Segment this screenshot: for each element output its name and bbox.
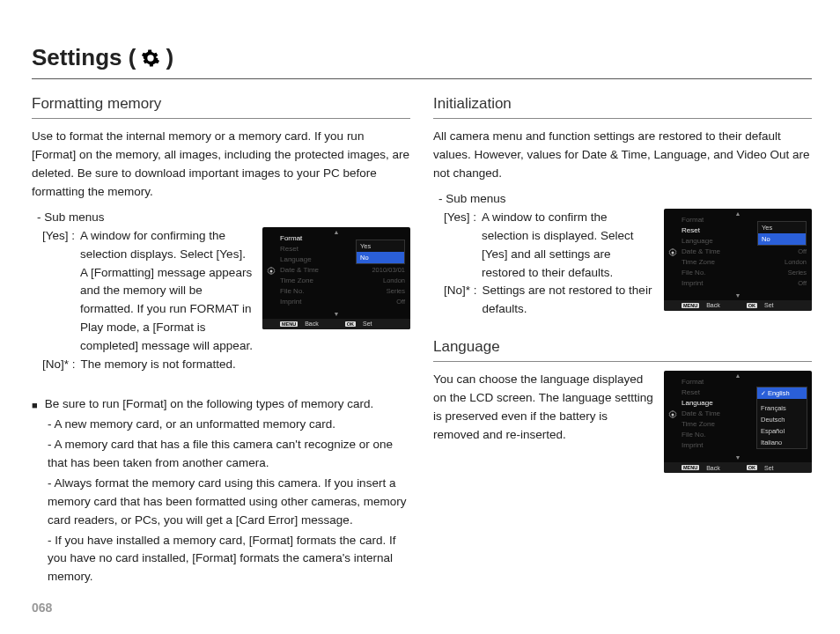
cam-bottom-bar: MENUBack OKSet	[262, 319, 410, 329]
chevron-up-icon: ▲	[334, 229, 340, 235]
svg-point-2	[672, 414, 674, 417]
yes-key-left: [Yes] :	[42, 227, 75, 356]
chevron-down-icon: ▼	[735, 454, 741, 461]
note-0: - A new memory card, or an unformatted m…	[48, 416, 410, 434]
page-number: 068	[32, 601, 52, 615]
submenus-label-left: - Sub menus	[37, 210, 410, 224]
page-title-suffix: )	[166, 44, 173, 71]
gear-icon	[141, 48, 160, 68]
yes-desc-right: A window to confirm the selection is dis…	[482, 209, 655, 283]
submenu-yes-right: [Yes] : A window to confirm the selectio…	[444, 209, 655, 283]
no-desc-right: Settings are not restored to their defau…	[483, 282, 655, 319]
page-title-prefix: Settings (	[32, 44, 136, 71]
yes-desc-left: A window for confirming the selection di…	[80, 227, 254, 356]
gear-icon	[266, 266, 276, 276]
popup-yes-no: Yes No	[356, 240, 405, 264]
no-key-left: [No]* :	[42, 356, 76, 374]
page-title: Settings ( )	[32, 44, 812, 79]
initialization-intro: All camera menu and function settings ar…	[433, 128, 812, 183]
chevron-down-icon: ▼	[735, 292, 741, 299]
chevron-up-icon: ▲	[735, 210, 741, 217]
cam-screenshot-reset: ▲ Format Reset Language Date & TimeOff T…	[664, 209, 812, 311]
format-notes: ■ Be sure to run [Format] on the followi…	[32, 395, 410, 586]
left-column: Formatting memory Use to format the inte…	[32, 95, 410, 588]
square-bullet-icon: ■	[32, 398, 38, 414]
yes-key-right: [Yes] :	[444, 209, 476, 283]
gear-icon	[667, 247, 678, 258]
note-3: - If you have installed a memory card, […	[48, 532, 410, 587]
popup-language: English Français Deutsch Español Italian…	[756, 387, 807, 449]
svg-point-1	[672, 251, 674, 254]
submenu-no-left: [No]* : The memory is not formatted.	[42, 356, 254, 374]
notes-lead: Be sure to run [Format] on the following…	[45, 395, 374, 414]
submenu-yes-left: [Yes] : A window for confirming the sele…	[42, 227, 254, 356]
chevron-down-icon: ▼	[334, 311, 340, 317]
svg-point-0	[270, 269, 273, 272]
cam-screenshot-language: ▲ Format Reset Language Date & Time Time…	[664, 371, 812, 473]
formatting-intro: Use to format the internal memory or a m…	[32, 128, 410, 202]
section-initialization-title: Initialization	[433, 95, 812, 119]
section-language-title: Language	[433, 338, 812, 362]
language-desc: You can choose the language displayed on…	[433, 371, 655, 445]
cam-screenshot-format: ▲ Format Reset LanguageEnglish Date & Ti…	[262, 227, 410, 329]
section-formatting-title: Formatting memory	[32, 95, 410, 119]
no-key-right: [No]* :	[444, 282, 477, 319]
right-column: Initialization All camera menu and funct…	[433, 95, 812, 588]
note-1: - A memory card that has a file this cam…	[48, 436, 410, 473]
note-2: - Always format the memory card using th…	[48, 475, 410, 530]
submenus-label-right: - Sub menus	[438, 192, 812, 205]
chevron-up-icon: ▲	[735, 372, 741, 379]
submenu-no-right: [No]* : Settings are not restored to the…	[444, 282, 655, 319]
gear-icon	[667, 409, 678, 420]
no-desc-left: The memory is not formatted.	[81, 356, 254, 374]
popup-yes-no: Yes No	[757, 221, 807, 246]
